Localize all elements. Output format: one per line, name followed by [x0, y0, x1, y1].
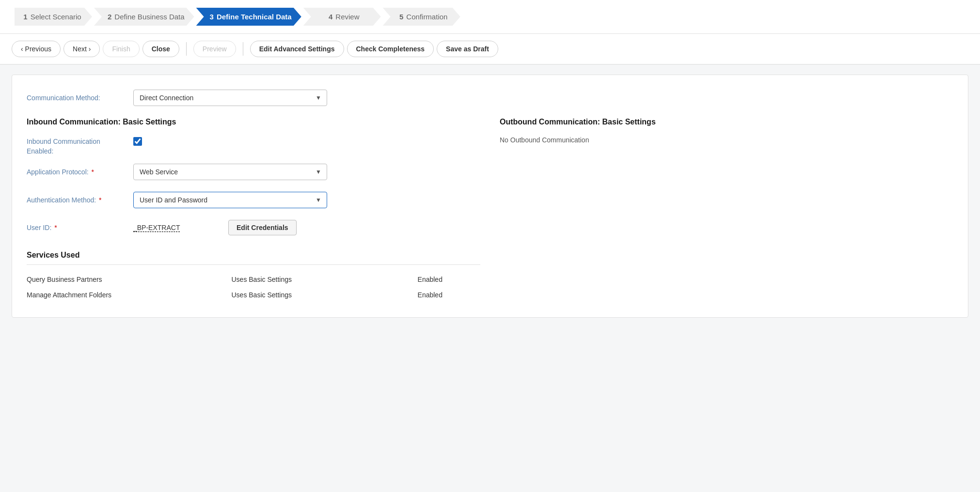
- inbound-column: Inbound Communication: Basic Settings In…: [27, 118, 480, 303]
- app-protocol-label: Application Protocol: *: [27, 168, 133, 176]
- communication-method-row: Communication Method: Direct Connection …: [27, 90, 953, 106]
- step-num-2: 2: [108, 13, 111, 21]
- outbound-column: Outbound Communication: Basic Settings N…: [500, 118, 953, 303]
- wizard-header: 1 Select Scenario 2 Define Business Data…: [0, 0, 980, 34]
- auth-method-select[interactable]: User ID and Password X.509 Certificate O…: [133, 192, 327, 208]
- auth-method-row: Authentication Method: * User ID and Pas…: [27, 192, 480, 208]
- services-title: Services Used: [27, 251, 480, 260]
- wizard-step-5[interactable]: 5 Confirmation: [383, 8, 460, 26]
- toolbar-divider-1: [186, 42, 187, 56]
- services-section: Services Used Query Business Partners Us…: [27, 251, 480, 303]
- userid-controls: _BP-EXTRACT Edit Credentials: [133, 220, 297, 235]
- app-protocol-required: *: [92, 168, 94, 176]
- step-label-5: Confirmation: [406, 13, 447, 21]
- next-button[interactable]: Next ›: [63, 41, 100, 57]
- toolbar: ‹ Previous Next › Finish Close Preview E…: [0, 34, 980, 65]
- wizard-step-2[interactable]: 2 Define Business Data: [94, 8, 194, 26]
- step-label-3: Define Technical Data: [217, 13, 292, 21]
- inbound-enabled-row: Inbound CommunicationEnabled:: [27, 136, 480, 156]
- edit-credentials-button[interactable]: Edit Credentials: [228, 220, 297, 235]
- step-label-1: Select Scenario: [31, 13, 81, 21]
- step-num-3: 3: [210, 13, 214, 21]
- inbound-enabled-label: Inbound CommunicationEnabled:: [27, 136, 133, 156]
- service-name: Manage Attachment Folders: [27, 287, 231, 303]
- step-num-1: 1: [23, 13, 27, 21]
- wizard-step-1[interactable]: 1 Select Scenario: [15, 8, 92, 26]
- services-divider: [27, 264, 480, 265]
- table-row: Manage Attachment Folders Uses Basic Set…: [27, 287, 480, 303]
- wizard-step-4[interactable]: 4 Review: [303, 8, 381, 26]
- step-num-4: 4: [329, 13, 332, 21]
- step-label-2: Define Business Data: [114, 13, 184, 21]
- auth-method-wrapper: User ID and Password X.509 Certificate O…: [133, 192, 327, 208]
- service-status: Enabled: [418, 287, 480, 303]
- two-column-layout: Inbound Communication: Basic Settings In…: [27, 118, 953, 303]
- auth-method-required: *: [99, 196, 101, 204]
- finish-button[interactable]: Finish: [103, 41, 139, 57]
- service-status: Enabled: [418, 272, 480, 287]
- inbound-section-title: Inbound Communication: Basic Settings: [27, 118, 480, 126]
- services-table: Query Business Partners Uses Basic Setti…: [27, 272, 480, 303]
- service-settings: Uses Basic Settings: [231, 287, 417, 303]
- edit-advanced-button[interactable]: Edit Advanced Settings: [250, 41, 344, 57]
- user-id-value: _BP-EXTRACT: [133, 224, 221, 231]
- app-protocol-select[interactable]: Web Service HTTP HTTPS RFC: [133, 164, 327, 180]
- user-id-row: User ID: * _BP-EXTRACT Edit Credentials: [27, 220, 480, 235]
- save-draft-button[interactable]: Save as Draft: [437, 41, 498, 57]
- communication-method-label: Communication Method:: [27, 94, 133, 102]
- preview-button[interactable]: Preview: [193, 41, 236, 57]
- table-row: Query Business Partners Uses Basic Setti…: [27, 272, 480, 287]
- user-id-label: User ID: *: [27, 224, 133, 231]
- communication-method-wrapper: Direct Connection RFC Connection Web Ser…: [133, 90, 327, 106]
- user-id-required: *: [54, 224, 57, 231]
- wizard-step-3[interactable]: 3 Define Technical Data: [196, 8, 301, 26]
- app-protocol-row: Application Protocol: * Web Service HTTP…: [27, 164, 480, 180]
- previous-button[interactable]: ‹ Previous: [12, 41, 61, 57]
- no-outbound-text: No Outbound Communication: [500, 136, 953, 144]
- step-num-5: 5: [399, 13, 403, 21]
- app-protocol-wrapper: Web Service HTTP HTTPS RFC ▼: [133, 164, 327, 180]
- communication-method-select[interactable]: Direct Connection RFC Connection Web Ser…: [133, 90, 327, 106]
- outbound-section-title: Outbound Communication: Basic Settings: [500, 118, 953, 126]
- check-completeness-button[interactable]: Check Completeness: [347, 41, 434, 57]
- service-name: Query Business Partners: [27, 272, 231, 287]
- main-content: Communication Method: Direct Connection …: [12, 75, 968, 318]
- inbound-enabled-checkbox[interactable]: [133, 137, 142, 146]
- auth-method-label: Authentication Method: *: [27, 196, 133, 204]
- step-label-4: Review: [335, 13, 359, 21]
- service-settings: Uses Basic Settings: [231, 272, 417, 287]
- close-button[interactable]: Close: [142, 41, 179, 57]
- toolbar-divider-2: [243, 42, 243, 56]
